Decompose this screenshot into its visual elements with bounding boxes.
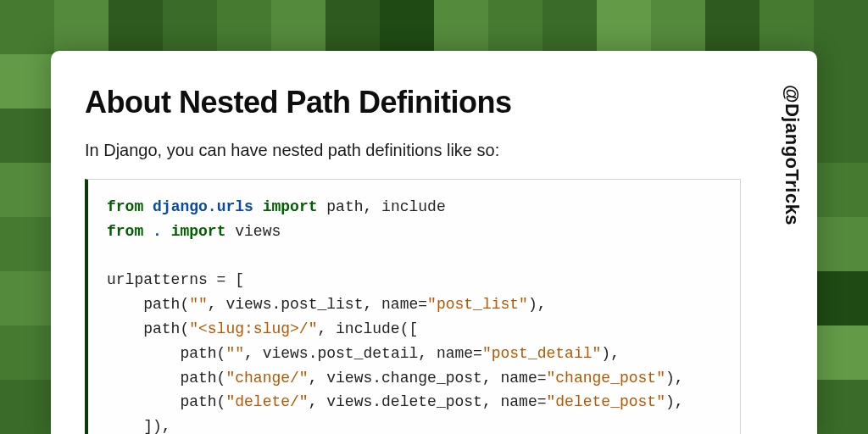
intro-text: In Django, you can have nested path defi… xyxy=(85,141,741,160)
code-token-str: "change/" xyxy=(225,370,308,387)
author-handle: @DjangoTricks xyxy=(781,85,803,225)
code-token-str: "post_detail" xyxy=(482,345,601,362)
code-token-kw: from xyxy=(107,198,143,215)
code-token-mod: django.urls xyxy=(153,198,253,215)
code-token-str: "<slug:slug>/" xyxy=(189,320,317,337)
code-token-str: "delete/" xyxy=(225,393,308,410)
code-token-kw: import xyxy=(171,223,226,240)
code-token-mod: . xyxy=(153,223,162,240)
code-token-str: "post_list" xyxy=(427,296,528,313)
code-token-kw: import xyxy=(263,198,318,215)
content-card: About Nested Path Definitions In Django,… xyxy=(51,51,817,434)
code-token-str: "delete_post" xyxy=(547,393,665,410)
code-token-str: "" xyxy=(225,345,244,362)
code-token-str: "change_post" xyxy=(547,370,665,387)
page-title: About Nested Path Definitions xyxy=(85,85,741,120)
code-token-str: "" xyxy=(189,296,208,313)
code-block: from django.urls import path, include fr… xyxy=(85,179,741,434)
sidebar: @DjangoTricks xyxy=(766,51,817,434)
main-content: About Nested Path Definitions In Django,… xyxy=(51,51,766,434)
code-token-kw: from xyxy=(107,223,143,240)
